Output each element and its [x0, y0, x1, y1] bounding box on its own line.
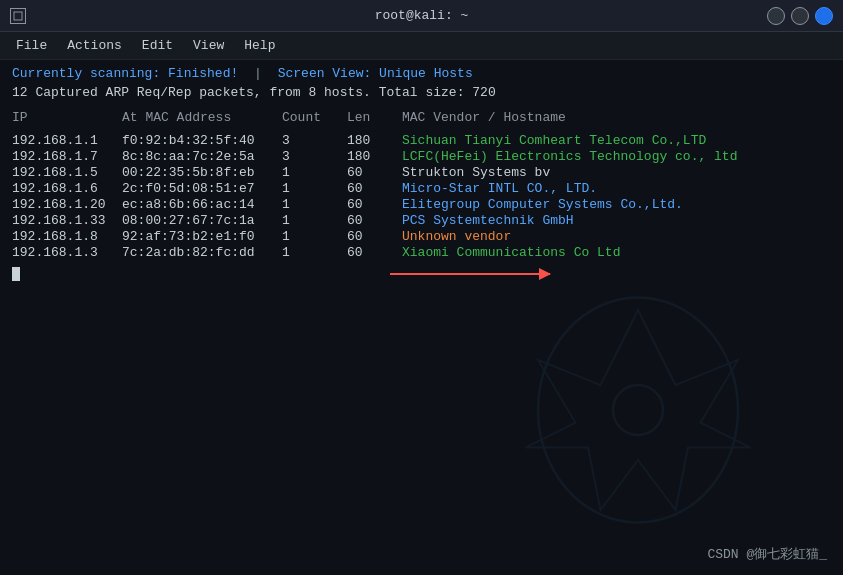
cell-ip: 192.168.1.7 — [12, 149, 122, 164]
minimize-button[interactable] — [767, 7, 785, 25]
cell-mac: 8c:8c:aa:7c:2e:5a — [122, 149, 282, 164]
cell-vendor: PCS Systemtechnik GmbH — [402, 213, 831, 228]
status-line: Currently scanning: Finished! | Screen V… — [12, 66, 831, 81]
scanning-status: Currently scanning: Finished! — [12, 66, 238, 81]
close-button[interactable] — [815, 7, 833, 25]
cell-len: 180 — [347, 133, 402, 148]
cell-len: 60 — [347, 165, 402, 180]
screen-view: Screen View: Unique Hosts — [278, 66, 473, 81]
status-separator: | — [254, 66, 262, 81]
cell-len: 60 — [347, 197, 402, 212]
cell-count: 1 — [282, 213, 347, 228]
terminal: Currently scanning: Finished! | Screen V… — [0, 60, 843, 575]
arrow-annotation — [390, 273, 550, 275]
table-row: 192.168.1.33 08:00:27:67:7c:1a 1 60 PCS … — [12, 213, 831, 228]
watermark: CSDN @御七彩虹猫_ — [707, 545, 827, 563]
cell-ip: 192.168.1.8 — [12, 229, 122, 244]
table-row: 192.168.1.6 2c:f0:5d:08:51:e7 1 60 Micro… — [12, 181, 831, 196]
cell-mac: 08:00:27:67:7c:1a — [122, 213, 282, 228]
window-icon — [10, 8, 26, 24]
cell-mac: 2c:f0:5d:08:51:e7 — [122, 181, 282, 196]
table-row: 192.168.1.7 8c:8c:aa:7c:2e:5a 3 180 LCFC… — [12, 149, 831, 164]
col-header-ip: IP — [12, 110, 122, 125]
cell-ip: 192.168.1.20 — [12, 197, 122, 212]
cell-ip: 192.168.1.1 — [12, 133, 122, 148]
cell-mac: 92:af:73:b2:e1:f0 — [122, 229, 282, 244]
table-row: 192.168.1.3 7c:2a:db:82:fc:dd 1 60 Xiaom… — [12, 245, 831, 260]
cell-ip: 192.168.1.33 — [12, 213, 122, 228]
maximize-button[interactable] — [791, 7, 809, 25]
col-header-count: Count — [282, 110, 347, 125]
cell-vendor: Xiaomi Communications Co Ltd — [402, 245, 831, 260]
menu-edit[interactable]: Edit — [134, 36, 181, 55]
arrow-line — [390, 273, 550, 275]
cell-vendor: Strukton Systems bv — [402, 165, 831, 180]
cell-count: 1 — [282, 229, 347, 244]
cell-mac: ec:a8:6b:66:ac:14 — [122, 197, 282, 212]
table-row: 192.168.1.8 92:af:73:b2:e1:f0 1 60 Unkno… — [12, 229, 831, 244]
cell-vendor: Unknown vendor — [402, 229, 831, 244]
terminal-cursor — [12, 267, 20, 281]
cell-count: 3 — [282, 149, 347, 164]
cell-count: 1 — [282, 197, 347, 212]
menu-view[interactable]: View — [185, 36, 232, 55]
title-bar: root@kali: ~ — [0, 0, 843, 32]
cell-vendor: Elitegroup Computer Systems Co.,Ltd. — [402, 197, 831, 212]
menu-help[interactable]: Help — [236, 36, 283, 55]
table-row: 192.168.1.5 00:22:35:5b:8f:eb 1 60 Struk… — [12, 165, 831, 180]
cell-mac: 00:22:35:5b:8f:eb — [122, 165, 282, 180]
title-bar-left — [10, 8, 26, 24]
table-header: IP At MAC Address Count Len MAC Vendor /… — [12, 110, 831, 127]
cell-ip: 192.168.1.5 — [12, 165, 122, 180]
cell-mac: f0:92:b4:32:5f:40 — [122, 133, 282, 148]
menu-file[interactable]: File — [8, 36, 55, 55]
col-header-vendor: MAC Vendor / Hostname — [402, 110, 831, 125]
cell-len: 180 — [347, 149, 402, 164]
cell-mac: 7c:2a:db:82:fc:dd — [122, 245, 282, 260]
svg-point-2 — [613, 385, 663, 435]
cell-ip: 192.168.1.6 — [12, 181, 122, 196]
cell-len: 60 — [347, 181, 402, 196]
cell-vendor: Micro-Star INTL CO., LTD. — [402, 181, 831, 196]
cell-count: 1 — [282, 181, 347, 196]
col-header-mac: At MAC Address — [122, 110, 282, 125]
cell-len: 60 — [347, 229, 402, 244]
cell-count: 3 — [282, 133, 347, 148]
menu-bar: File Actions Edit View Help — [0, 32, 843, 60]
cell-vendor: Sichuan Tianyi Comheart Telecom Co.,LTD — [402, 133, 831, 148]
cell-len: 60 — [347, 245, 402, 260]
background-decoration — [513, 285, 763, 535]
col-header-len: Len — [347, 110, 402, 125]
cell-ip: 192.168.1.3 — [12, 245, 122, 260]
arrow-head — [539, 268, 551, 280]
menu-actions[interactable]: Actions — [59, 36, 130, 55]
table-row: 192.168.1.20 ec:a8:6b:66:ac:14 1 60 Elit… — [12, 197, 831, 212]
window-title: root@kali: ~ — [375, 8, 469, 23]
table-row: 192.168.1.1 f0:92:b4:32:5f:40 3 180 Sich… — [12, 133, 831, 148]
window-controls — [767, 7, 833, 25]
cell-count: 1 — [282, 165, 347, 180]
summary-line: 12 Captured ARP Req/Rep packets, from 8 … — [12, 85, 831, 100]
summary-text: 12 Captured ARP Req/Rep packets, from 8 … — [12, 85, 496, 100]
table-body: 192.168.1.1 f0:92:b4:32:5f:40 3 180 Sich… — [12, 133, 831, 260]
cell-count: 1 — [282, 245, 347, 260]
svg-rect-0 — [14, 12, 22, 20]
cell-len: 60 — [347, 213, 402, 228]
cell-vendor: LCFC(HeFei) Electronics Technology co., … — [402, 149, 831, 164]
